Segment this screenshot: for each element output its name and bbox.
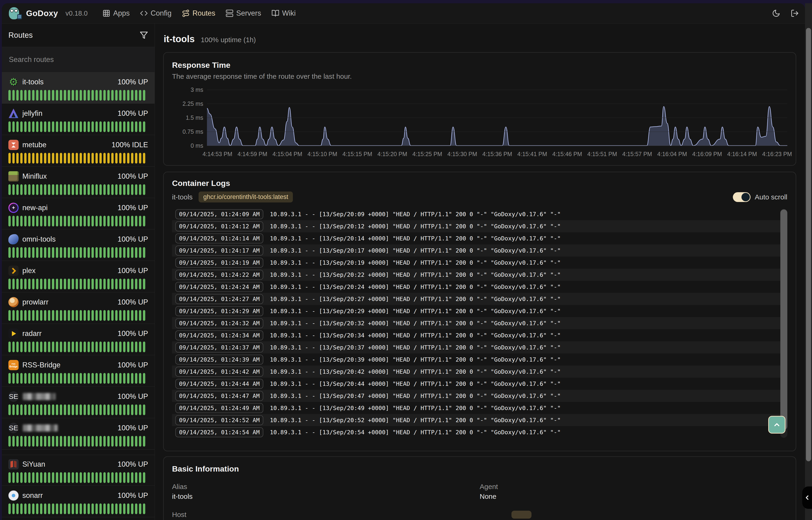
response-time-subtitle: The average response time of the route o… [172,73,787,80]
log-timestamp: 09/14/2025, 01:24:44 AM [175,379,263,389]
cut-off-badge [511,511,531,519]
log-timestamp: 09/14/2025, 01:24:27 AM [175,294,263,304]
autoscroll-toggle[interactable] [733,192,751,202]
servers-icon [226,9,233,17]
x-tick-label: 4:16:04 PM [657,151,687,157]
x-tick-label: 4:15:15 PM [342,151,372,157]
route-item-radarr[interactable]: radarr100% UP [2,324,155,355]
route-status-badge: 100% UP [117,392,148,401]
scroll-to-top-button[interactable] [768,416,785,434]
route-item-rss-bridge[interactable]: rssBridgeRSS-Bridge100% UP [2,356,155,387]
brand[interactable]: GoDoxy v0.18.0 [9,7,87,20]
page-scrollbar-track[interactable] [805,3,812,520]
log-timestamp: 09/14/2025, 01:24:52 AM [175,415,263,425]
log-row: 09/14/2025, 01:24:52 AM10.89.3.1 - - [13… [172,414,787,426]
log-timestamp: 09/14/2025, 01:24:34 AM [175,330,263,340]
x-tick-label: 4:15:57 PM [622,151,652,157]
route-name: plex [22,266,36,275]
plex-icon [8,266,19,276]
nav-item-config[interactable]: Config [140,9,172,18]
brand-name: GoDoxy [26,9,58,18]
log-message: 10.89.3.1 - - [13/Sep/20:29 +0000] "HEAD… [270,308,561,314]
uptime-bars [8,279,148,289]
theme-toggle-moon-icon[interactable] [772,9,780,18]
sidebar-title: Routes [8,31,33,40]
x-tick-label: 4:16:14 PM [727,151,757,157]
log-message: 10.89.3.1 - - [13/Sep/20:19 +0000] "HEAD… [270,259,561,266]
uptime-text: 100% uptime (1h) [201,36,256,44]
it-tools-icon: ⚙ [8,77,19,87]
route-name: omni-tools [22,235,56,243]
info-field-value: None [480,493,788,500]
log-scrollbar-track[interactable] [780,209,787,438]
route-item-new-api[interactable]: +new-api100% UP [2,199,155,230]
log-scrollbar-thumb[interactable] [780,209,787,430]
route-status-badge: 100% UP [117,172,148,181]
page-scrollbar-thumb[interactable] [806,28,811,461]
route-name: new-api [22,204,48,212]
nav-item-wiki[interactable]: Wiki [272,9,296,18]
route-item-it-tools[interactable]: ⚙it-tools100% UP [2,73,155,104]
sidebar-collapse-handle[interactable] [802,487,812,509]
log-timestamp: 09/14/2025, 01:24:37 AM [175,342,263,353]
x-tick-label: 4:15:10 PM [308,151,337,157]
rss-bridge-icon: rssBridge [8,360,19,370]
route-item-sonarr[interactable]: sonarr100% UP [2,486,155,517]
page-header: it-tools 100% uptime (1h) [164,34,796,44]
route-item-se[interactable]: SE100% UP [2,419,155,450]
apps-grid-icon [103,9,110,17]
x-tick-label: 4:15:04 PM [273,151,302,157]
route-status-badge: 100% UP [117,266,148,275]
uptime-bars [8,216,148,227]
nav-item-label: Servers [236,9,261,18]
nav-item-label: Wiki [282,9,296,18]
page-title: it-tools [164,34,195,44]
filter-icon[interactable] [140,31,148,40]
route-status-badge: 100% UP [117,491,148,500]
log-timestamp: 09/14/2025, 01:24:09 AM [175,209,263,219]
radarr-icon [8,329,19,339]
jellyfin-icon [8,108,19,119]
container-logs-card: Container Logs it-tools ghcr.io/corentin… [163,172,796,451]
se-icon: SE [8,391,19,401]
log-box: 09/14/2025, 01:24:09 AM10.89.3.1 - - [13… [172,208,787,438]
nav-item-routes[interactable]: Routes [182,9,215,18]
log-row: 09/14/2025, 01:24:29 AM10.89.3.1 - - [13… [172,305,787,317]
y-tick-label: 0 ms [173,142,203,149]
log-message: 10.89.3.1 - - [13/Sep/20:44 +0000] "HEAD… [270,381,561,387]
routes-icon [182,9,190,17]
log-message: 10.89.3.1 - - [13/Sep/20:42 +0000] "HEAD… [270,368,561,375]
log-message: 10.89.3.1 - - [13/Sep/20:32 +0000] "HEAD… [270,320,561,327]
route-item-omni-tools[interactable]: omni-tools100% UP [2,230,155,261]
nav-item-apps[interactable]: Apps [103,9,130,18]
log-row: 09/14/2025, 01:24:44 AM10.89.3.1 - - [13… [172,378,787,390]
log-message: 10.89.3.1 - - [13/Sep/20:34 +0000] "HEAD… [270,332,561,339]
omni-tools-icon [8,234,19,244]
route-item-miniflux[interactable]: Miniflux100% UP [2,167,155,198]
navbar: GoDoxy v0.18.0 AppsConfigRoutesServersWi… [2,3,805,24]
route-status-badge: 100% UP [117,109,148,118]
route-list: ⚙it-tools100% UPjellyfin100% UPmetube100… [2,73,155,520]
x-tick-label: 4:16:09 PM [692,151,722,157]
logout-icon[interactable] [791,9,799,18]
log-message: 10.89.3.1 - - [13/Sep/20:39 +0000] "HEAD… [270,356,561,363]
x-tick-label: 4:14:53 PM [202,151,232,157]
route-item-se[interactable]: SE100% UP [2,387,155,418]
route-item-plex[interactable]: plex100% UP [2,261,155,292]
nav-item-servers[interactable]: Servers [226,9,261,18]
main-content: it-tools 100% uptime (1h) Response Time … [155,24,805,520]
log-timestamp: 09/14/2025, 01:24:19 AM [175,258,263,268]
container-logs-title: Container Logs [172,179,787,188]
route-item-jellyfin[interactable]: jellyfin100% UP [2,104,155,135]
miniflux-icon [8,171,19,181]
response-time-title: Response Time [172,60,787,70]
nav-item-label: Apps [113,9,130,18]
log-row: 09/14/2025, 01:24:19 AM10.89.3.1 - - [13… [172,257,787,269]
search-input[interactable] [2,55,155,64]
route-item-siyuan[interactable]: SiYuan100% UP [2,455,155,486]
x-tick-label: 4:15:36 PM [482,151,512,157]
response-time-chart: 3 ms2.25 ms1.5 ms0.75 ms0 ms [207,90,787,146]
uptime-bars [8,503,148,514]
route-item-metube[interactable]: metube100% IDLE [2,136,155,166]
route-item-prowlarr[interactable]: prowlarr100% UP [2,293,155,324]
